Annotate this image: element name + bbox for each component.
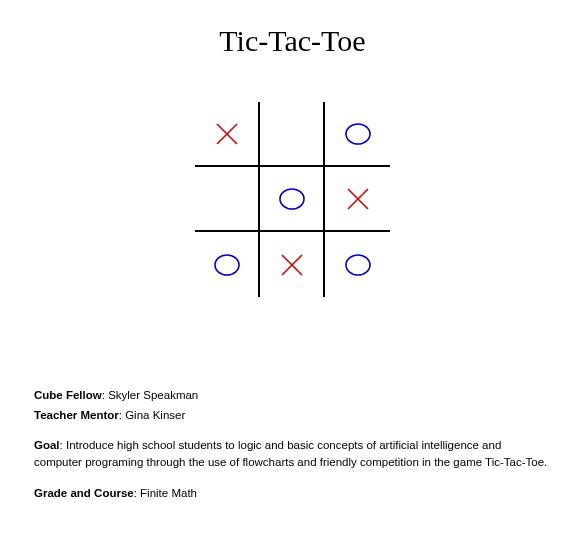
- game-board: [195, 102, 390, 297]
- cell-2-2: [325, 232, 390, 297]
- cell-0-1: [260, 102, 325, 167]
- cell-1-2: [325, 167, 390, 232]
- cell-0-2: [325, 102, 390, 167]
- goal-block: Goal: Introduce high school students to …: [34, 437, 551, 470]
- grade-block: Grade and Course: Finite Math: [34, 485, 551, 502]
- mark-2-2: [343, 252, 373, 278]
- page-title: Tic-Tac-Toe: [34, 24, 551, 58]
- svg-point-3: [280, 189, 304, 209]
- credits-block: Cube Fellow: Skyler Speakman Teacher Men…: [34, 387, 551, 423]
- cell-2-1: [260, 232, 325, 297]
- cell-1-0: [195, 167, 260, 232]
- mark-1-2: [344, 185, 372, 213]
- cell-1-1: [260, 167, 325, 232]
- svg-point-2: [346, 124, 370, 144]
- game-board-container: [34, 102, 551, 297]
- mark-1-1: [277, 186, 307, 212]
- svg-point-6: [215, 255, 239, 275]
- fellow-value: Skyler Speakman: [108, 389, 198, 401]
- mark-0-2: [343, 121, 373, 147]
- mentor-value: Gina Kinser: [125, 409, 185, 421]
- cell-0-0: [195, 102, 260, 167]
- mark-2-0: [212, 252, 242, 278]
- goal-line: Goal: Introduce high school students to …: [34, 437, 551, 470]
- goal-value: Introduce high school students to logic …: [34, 439, 547, 468]
- mark-2-1: [278, 251, 306, 279]
- fellow-label: Cube Fellow: [34, 389, 102, 401]
- svg-point-9: [346, 255, 370, 275]
- grade-label: Grade and Course: [34, 487, 134, 499]
- fellow-line: Cube Fellow: Skyler Speakman: [34, 387, 551, 404]
- goal-label: Goal: [34, 439, 60, 451]
- mark-0-0: [213, 120, 241, 148]
- mentor-label: Teacher Mentor: [34, 409, 119, 421]
- info-section: Cube Fellow: Skyler Speakman Teacher Men…: [34, 387, 551, 501]
- mentor-line: Teacher Mentor: Gina Kinser: [34, 407, 551, 424]
- cell-2-0: [195, 232, 260, 297]
- grade-value: Finite Math: [140, 487, 197, 499]
- grade-line: Grade and Course: Finite Math: [34, 485, 551, 502]
